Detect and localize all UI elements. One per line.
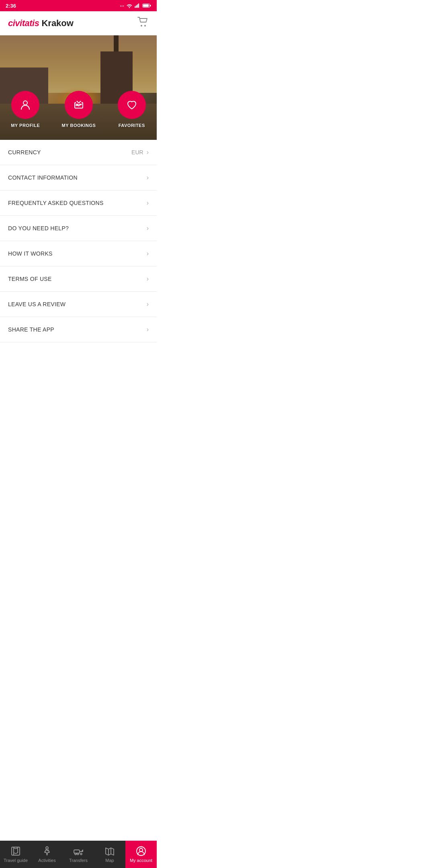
how-it-works-menu-item[interactable]: HOW IT WORKS › [0,241,157,266]
chevron-icon: › [147,275,149,283]
favorites-button[interactable]: FAVORITES [118,91,146,128]
wifi-icon [126,3,133,8]
review-label: LEAVE US A REVIEW [8,301,66,307]
currency-menu-item[interactable]: CURRENCY EUR › [0,140,157,165]
chevron-icon: › [147,199,149,207]
svg-rect-1 [136,5,137,8]
hero-actions: MY PROFILE MY BOOKINGS [0,91,157,128]
signal-icon [135,3,140,8]
currency-label: CURRENCY [8,149,41,156]
chevron-icon: › [147,174,149,181]
my-bookings-label: MY BOOKINGS [62,123,96,128]
share-right: › [147,326,149,333]
help-menu-item[interactable]: DO YOU NEED HELP? › [0,216,157,241]
svg-point-7 [141,25,142,27]
terms-menu-item[interactable]: TERMS OF USE › [0,266,157,292]
faq-label: FREQUENTLY ASKED QUESTIONS [8,200,104,206]
currency-value: EUR [131,149,143,156]
svg-rect-6 [143,4,149,7]
hero-section: MY PROFILE MY BOOKINGS [0,35,157,140]
svg-rect-3 [138,4,139,8]
contact-information-menu-item[interactable]: CONTACT INFORMATION › [0,165,157,190]
logo-civitatis: civitatis [8,18,39,29]
contact-right: › [147,174,149,181]
how-it-works-label: HOW IT WORKS [8,250,53,257]
favorites-label: FAVORITES [119,123,145,128]
my-bookings-icon-circle [65,91,93,119]
svg-point-8 [144,25,146,27]
battery-icon [142,3,151,8]
chevron-icon: › [147,225,149,232]
svg-point-9 [23,101,27,105]
svg-point-11 [76,102,78,103]
svg-rect-0 [135,6,135,8]
my-profile-button[interactable]: MY PROFILE [11,91,40,128]
my-profile-icon-circle [11,91,39,119]
header: civitatis Krakow [0,11,157,35]
logo-city: Krakow [41,18,73,29]
review-right: › [147,301,149,308]
chevron-icon: › [147,301,149,308]
status-time: 2:36 [6,3,16,9]
status-icons: ··· [120,3,151,9]
faq-menu-item[interactable]: FREQUENTLY ASKED QUESTIONS › [0,190,157,216]
currency-right: EUR › [131,149,149,156]
logo: civitatis Krakow [8,18,74,29]
cart-button[interactable] [137,17,149,30]
contact-information-label: CONTACT INFORMATION [8,174,78,181]
share-label: SHARE THE APP [8,326,54,333]
menu-list: CURRENCY EUR › CONTACT INFORMATION › FRE… [0,140,157,342]
terms-right: › [147,275,149,283]
help-label: DO YOU NEED HELP? [8,225,69,231]
chevron-icon: › [147,250,149,257]
help-right: › [147,225,149,232]
chevron-icon: › [147,149,149,156]
svg-rect-10 [75,102,83,108]
share-menu-item[interactable]: SHARE THE APP › [0,317,157,342]
faq-right: › [147,199,149,207]
svg-rect-5 [150,5,151,6]
chevron-icon: › [147,326,149,333]
review-menu-item[interactable]: LEAVE US A REVIEW › [0,292,157,317]
svg-rect-2 [137,4,138,8]
dots-icon: ··· [120,3,124,9]
my-bookings-button[interactable]: MY BOOKINGS [62,91,96,128]
how-right: › [147,250,149,257]
my-profile-label: MY PROFILE [11,123,40,128]
terms-label: TERMS OF USE [8,276,52,282]
status-bar: 2:36 ··· [0,0,157,11]
favorites-icon-circle [118,91,146,119]
svg-point-12 [80,102,82,103]
